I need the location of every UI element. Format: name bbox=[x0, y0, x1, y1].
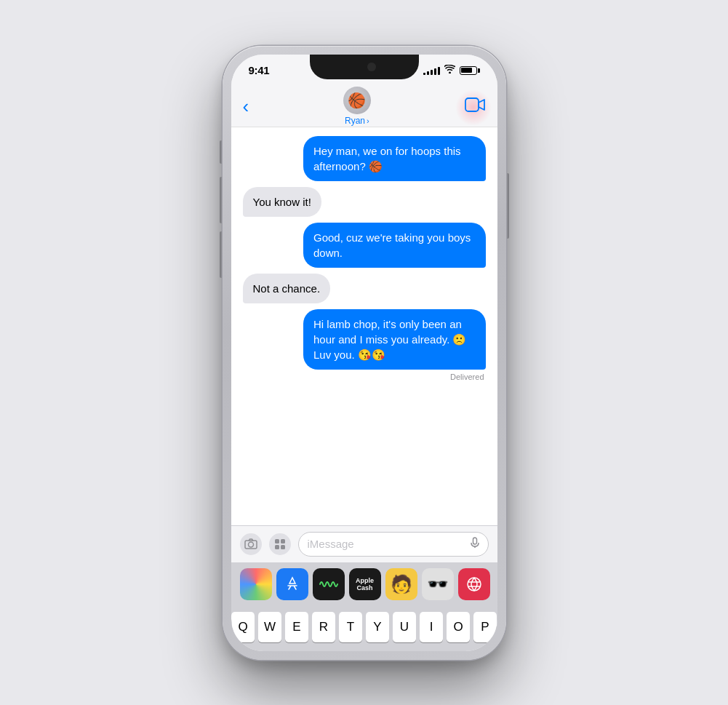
power-button[interactable] bbox=[506, 173, 509, 239]
message-bubble-sent-3: Hi lamb chop, it's only been an hour and… bbox=[303, 309, 486, 370]
message-bubble-received-2: Not a chance. bbox=[243, 274, 331, 303]
svg-rect-5 bbox=[275, 545, 279, 549]
back-button[interactable]: ‹ bbox=[243, 95, 249, 118]
contact-avatar: 🏀 bbox=[343, 87, 371, 114]
input-placeholder: iMessage bbox=[308, 538, 354, 550]
svg-rect-0 bbox=[465, 98, 479, 111]
phone-wrapper: 9:41 bbox=[223, 46, 506, 660]
memoji1-app-icon[interactable]: 🧑 bbox=[385, 568, 417, 600]
message-bubble-sent-2: Good, cuz we're taking you boys down. bbox=[303, 223, 486, 268]
key-t[interactable]: T bbox=[339, 612, 362, 642]
key-w[interactable]: W bbox=[258, 612, 281, 642]
input-area: iMessage bbox=[231, 525, 497, 562]
key-u[interactable]: U bbox=[393, 612, 416, 642]
signal-icon bbox=[423, 66, 440, 75]
message-text: Hey man, we on for hoops this afternoon?… bbox=[313, 145, 461, 172]
key-e[interactable]: E bbox=[285, 612, 308, 642]
appstore-app-icon[interactable] bbox=[276, 568, 308, 600]
message-bubble-received-1: You know it! bbox=[243, 187, 321, 217]
apps-button[interactable] bbox=[269, 533, 291, 555]
camera-button[interactable] bbox=[240, 533, 262, 555]
volume-up-button[interactable] bbox=[220, 177, 223, 223]
key-y[interactable]: Y bbox=[366, 612, 389, 642]
front-camera bbox=[367, 63, 376, 71]
svg-rect-3 bbox=[275, 539, 279, 543]
message-input[interactable]: iMessage bbox=[298, 532, 489, 557]
mic-icon bbox=[471, 537, 479, 551]
svg-rect-6 bbox=[281, 545, 285, 549]
search-app-icon[interactable] bbox=[458, 568, 490, 600]
keyboard-row-1: Q W E R T Y U I O P bbox=[234, 612, 495, 642]
message-text: You know it! bbox=[253, 196, 311, 208]
message-text: Good, cuz we're taking you boys down. bbox=[313, 231, 471, 259]
message-text: Not a chance. bbox=[253, 282, 321, 295]
photos-app-icon[interactable] bbox=[240, 568, 272, 600]
message-bubble-sent-1: Hey man, we on for hoops this afternoon?… bbox=[303, 136, 486, 181]
svg-point-9 bbox=[468, 578, 481, 591]
keyboard: Q W E R T Y U I O P bbox=[231, 606, 497, 651]
nav-header: ‹ 🏀 Ryan › bbox=[231, 87, 497, 127]
message-text: Hi lamb chop, it's only been an hour and… bbox=[313, 318, 466, 361]
key-o[interactable]: O bbox=[447, 612, 470, 642]
contact-name: Ryan › bbox=[345, 116, 369, 126]
contact-avatar-emoji: 🏀 bbox=[348, 92, 366, 109]
phone-screen: 9:41 bbox=[231, 55, 497, 651]
delivered-label: Delivered bbox=[450, 373, 484, 381]
app-icons-row: Apple Cash 🧑 🕶️ bbox=[231, 562, 497, 606]
svg-rect-4 bbox=[281, 539, 285, 543]
wifi-icon bbox=[444, 65, 455, 76]
mute-button[interactable] bbox=[220, 140, 223, 164]
video-call-button[interactable] bbox=[465, 97, 485, 115]
key-i[interactable]: I bbox=[420, 612, 443, 642]
notch bbox=[310, 55, 419, 79]
music-app-icon[interactable] bbox=[313, 568, 345, 600]
svg-rect-7 bbox=[473, 538, 476, 544]
svg-point-2 bbox=[248, 542, 253, 547]
battery-icon bbox=[460, 66, 480, 75]
status-time: 9:41 bbox=[249, 64, 270, 76]
messages-area: Hey man, we on for hoops this afternoon?… bbox=[231, 127, 497, 525]
status-icons bbox=[423, 65, 480, 76]
cash-app-icon[interactable]: Apple Cash bbox=[349, 568, 381, 600]
key-r[interactable]: R bbox=[312, 612, 335, 642]
contact-info[interactable]: 🏀 Ryan › bbox=[343, 87, 371, 126]
memoji2-app-icon[interactable]: 🕶️ bbox=[422, 568, 454, 600]
volume-down-button[interactable] bbox=[220, 231, 223, 278]
